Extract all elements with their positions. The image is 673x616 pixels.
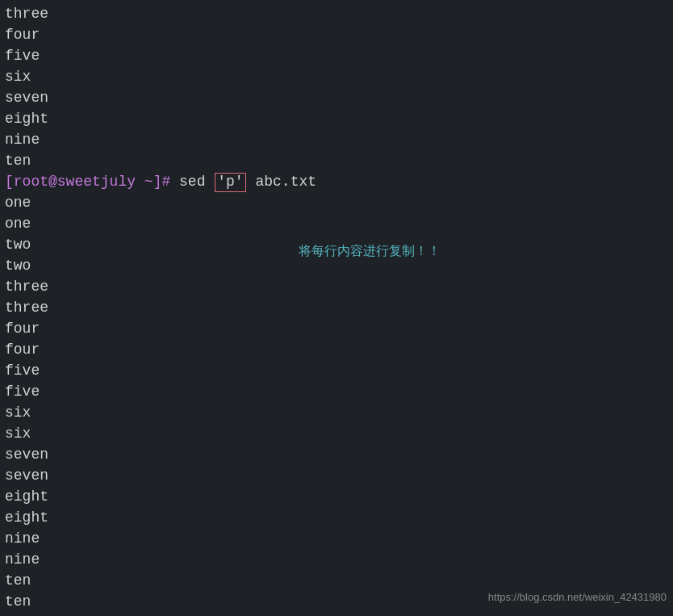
terminal: three four five six seven eight nine ten… — [0, 0, 673, 616]
prompt-arg-p: 'p' — [215, 173, 245, 192]
prompt-sed: sed — [170, 171, 214, 192]
out-six-1: six — [5, 402, 668, 423]
out-five-1: five — [5, 360, 668, 381]
prompt-arg-file: abc.txt — [247, 171, 316, 192]
line-ten: ten — [5, 150, 668, 171]
prompt-line: [root@sweetjuly ~]# sed 'p' abc.txt — [5, 171, 668, 192]
out-eight-1: eight — [5, 486, 668, 507]
line-eight: eight — [5, 108, 668, 129]
out-three-2: three — [5, 297, 668, 318]
out-seven-2: seven — [5, 465, 668, 486]
out-nine-1: nine — [5, 528, 668, 549]
line-three: three — [5, 3, 668, 24]
line-seven: seven — [5, 87, 668, 108]
out-seven-1: seven — [5, 444, 668, 465]
out-three-1: three — [5, 276, 668, 297]
line-nine: nine — [5, 129, 668, 150]
out-one-1: one — [5, 192, 668, 213]
annotation: 将每行内容进行复制！！ — [299, 241, 441, 262]
line-five: five — [5, 45, 668, 66]
out-one-2: one — [5, 213, 668, 234]
prompt-user: [root@sweetjuly ~]# — [5, 171, 170, 192]
watermark: https://blog.csdn.net/weixin_42431980 — [488, 587, 667, 608]
line-six: six — [5, 66, 668, 87]
out-nine-2: nine — [5, 549, 668, 570]
out-five-2: five — [5, 381, 668, 402]
line-four: four — [5, 24, 668, 45]
out-four-1: four — [5, 318, 668, 339]
out-eight-2: eight — [5, 507, 668, 528]
out-four-2: four — [5, 339, 668, 360]
out-six-2: six — [5, 423, 668, 444]
